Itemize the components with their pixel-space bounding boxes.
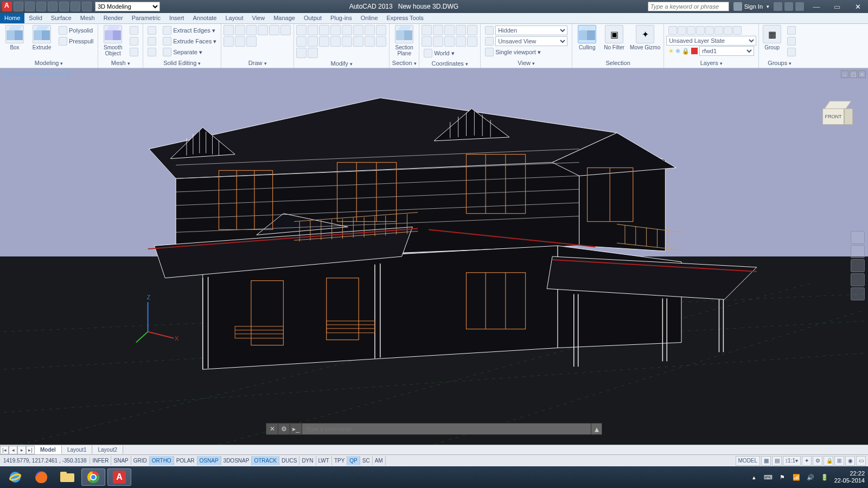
toggle-lwt[interactable]: LWT: [316, 456, 332, 465]
coordgrid-tool-9[interactable]: [467, 36, 477, 47]
annotation-visibility-icon[interactable]: ✦: [802, 456, 812, 466]
culling-button[interactable]: Culling: [575, 25, 599, 50]
tab-view[interactable]: View: [248, 13, 270, 23]
world-ucs-button[interactable]: World ▾: [422, 48, 478, 59]
toggle-osnap[interactable]: OSNAP: [197, 456, 221, 465]
taskbar-ie-icon[interactable]: [3, 468, 27, 486]
mesh-more-1[interactable]: [127, 25, 141, 36]
move-gizmo-button[interactable]: ✦ Move Gizmo: [629, 25, 661, 50]
qat-new-icon[interactable]: [14, 2, 23, 11]
coordgrid-tool-6[interactable]: [433, 36, 443, 47]
toggle-ducs[interactable]: DUCS: [279, 456, 299, 465]
annotation-scale-button[interactable]: ⟟ 1:1 ▾: [783, 456, 801, 466]
drawgrid-tool-8[interactable]: [246, 36, 257, 47]
maximize-button[interactable]: ▭: [827, 1, 847, 12]
coordinates-readout[interactable]: 1419.5779, 1217.2461 , -350.3138: [0, 458, 90, 464]
modgrid-tool-12[interactable]: [342, 36, 352, 47]
modelspace-button[interactable]: MODEL: [736, 456, 761, 466]
modgrid-tool-14[interactable]: [365, 36, 375, 47]
tray-network-icon[interactable]: 📶: [792, 473, 801, 481]
nav-orbit-icon[interactable]: [851, 273, 865, 286]
nav-wheel-icon[interactable]: [851, 231, 865, 244]
tab-layout[interactable]: Layout: [221, 13, 247, 23]
quickview-layouts-icon[interactable]: ▦: [761, 456, 771, 466]
layout-tab-layout2[interactable]: Layout2: [92, 446, 123, 454]
tray-action-center-icon[interactable]: ⚑: [778, 473, 787, 481]
se-3[interactable]: [145, 47, 158, 57]
tab-plug-ins[interactable]: Plug-ins: [326, 13, 356, 23]
current-layer-dropdown[interactable]: ☀❄🔒 rfwd1: [666, 46, 756, 56]
coordgrid-tool-3[interactable]: [456, 25, 466, 35]
tray-power-icon[interactable]: 🔋: [820, 473, 829, 481]
toggle-qp[interactable]: QP: [347, 456, 360, 465]
cmd-close-button[interactable]: ✕: [266, 423, 278, 435]
tab-mesh[interactable]: Mesh: [76, 13, 99, 23]
drawgrid-tool-7[interactable]: [235, 36, 245, 47]
tray-volume-icon[interactable]: 🔊: [806, 473, 815, 481]
stayconnected-icon[interactable]: [784, 2, 793, 11]
taskbar-chrome-icon[interactable]: [81, 468, 105, 486]
drawgrid-tool-4[interactable]: [269, 25, 279, 35]
vp-maximize-button[interactable]: ▢: [850, 70, 857, 78]
tray-show-hidden-icon[interactable]: ▴: [750, 473, 758, 481]
toggle-otrack[interactable]: OTRACK: [252, 456, 279, 465]
nofilter-button[interactable]: ▣ No Filter: [602, 25, 627, 50]
toggle-infer[interactable]: INFER: [90, 456, 111, 465]
qat-plot-icon[interactable]: [59, 2, 69, 11]
coordgrid-tool-0[interactable]: [422, 25, 432, 35]
modgrid-tool-1[interactable]: [308, 25, 318, 35]
se-1[interactable]: [145, 25, 158, 36]
se-2[interactable]: [145, 36, 158, 47]
group-edit-3[interactable]: [785, 47, 798, 57]
tab-render[interactable]: Render: [99, 13, 127, 23]
cmd-options-button[interactable]: ⚙: [278, 423, 290, 435]
layout-prev-button[interactable]: ◂: [9, 446, 17, 454]
minimize-button[interactable]: —: [806, 1, 827, 12]
nav-pan-icon[interactable]: [851, 245, 865, 258]
qat-open-icon[interactable]: [25, 2, 35, 11]
coordgrid-tool-1[interactable]: [433, 25, 443, 35]
vp-close-button[interactable]: ✕: [858, 70, 866, 78]
coordgrid-tool-4[interactable]: [467, 25, 477, 35]
viewport-label[interactable]: [-][Custom View][Hidden]: [3, 70, 69, 77]
modgrid-tool-10[interactable]: [319, 36, 329, 47]
nav-showmotion-icon[interactable]: [851, 287, 865, 300]
mesh-more-3[interactable]: [127, 47, 141, 57]
saved-view-dropdown[interactable]: Unsaved View: [483, 36, 570, 47]
hardware-accel-icon[interactable]: ⊞: [834, 456, 844, 466]
modgrid-tool-6[interactable]: [365, 25, 375, 35]
modgrid-tool-2[interactable]: [319, 25, 329, 35]
qat-undo-icon[interactable]: [71, 2, 80, 11]
taskbar-explorer-icon[interactable]: [55, 468, 79, 486]
modgrid-tool-13[interactable]: [353, 36, 363, 47]
cmd-history-button[interactable]: ▴: [591, 423, 602, 435]
extrude-faces-button[interactable]: Extrude Faces ▾: [161, 36, 219, 47]
toggle-polar[interactable]: POLAR: [174, 456, 197, 465]
tab-express-tools[interactable]: Express Tools: [382, 13, 428, 23]
modgrid-tool-5[interactable]: [353, 25, 363, 35]
modgrid-tool-17[interactable]: [308, 48, 318, 58]
modgrid-tool-7[interactable]: [376, 25, 386, 35]
modgrid-tool-8[interactable]: [296, 36, 307, 47]
isolate-objects-icon[interactable]: ◉: [845, 456, 855, 466]
coordgrid-tool-5[interactable]: [422, 36, 432, 47]
tab-parametric[interactable]: Parametric: [127, 13, 165, 23]
viewcube[interactable]: FRONT: [822, 101, 853, 127]
layout-first-button[interactable]: |◂: [0, 446, 9, 454]
close-button[interactable]: ✕: [847, 1, 868, 12]
drawgrid-tool-5[interactable]: [280, 25, 291, 35]
toggle-sc[interactable]: SC: [360, 456, 373, 465]
toggle-dyn[interactable]: DYN: [299, 456, 316, 465]
modgrid-tool-16[interactable]: [296, 48, 307, 58]
workspace-switcher[interactable]: 3D Modeling: [95, 2, 160, 11]
qat-save-icon[interactable]: [36, 2, 46, 11]
drawgrid-tool-1[interactable]: [235, 25, 245, 35]
drawgrid-tool-0[interactable]: [224, 25, 234, 35]
sign-in-button[interactable]: Sign In▾: [733, 2, 769, 11]
command-input[interactable]: [302, 423, 591, 435]
drawgrid-tool-3[interactable]: [258, 25, 268, 35]
taskbar-firefox-icon[interactable]: [29, 468, 53, 486]
coordgrid-tool-8[interactable]: [456, 36, 466, 47]
clean-screen-icon[interactable]: ▭: [856, 456, 866, 466]
toggle-snap[interactable]: SNAP: [111, 456, 131, 465]
